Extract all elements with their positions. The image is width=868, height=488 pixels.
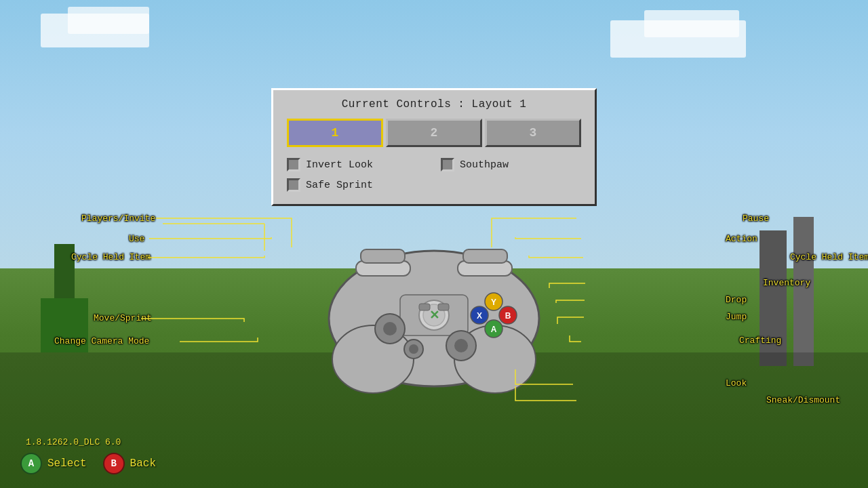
- checkbox-southpaw-label: Southpaw: [460, 159, 509, 171]
- svg-rect-5: [361, 249, 405, 263]
- svg-text:A: A: [491, 325, 497, 334]
- controller-region: ✕ Y A X B: [0, 203, 868, 488]
- tab-layout-1[interactable]: 1: [287, 119, 383, 147]
- button-hint-back: B Back: [103, 453, 156, 474]
- checkbox-southpaw[interactable]: Southpaw: [441, 158, 581, 171]
- btn-b-circle: B: [103, 453, 125, 474]
- controls-dialog: Current Controls : Layout 1 1 2 3 Invert…: [271, 88, 597, 206]
- checkbox-invert-look-label: Invert Look: [306, 159, 373, 171]
- checkbox-safe-sprint-box[interactable]: [287, 178, 300, 192]
- svg-point-16: [409, 344, 418, 354]
- checkbox-invert-look[interactable]: Invert Look: [287, 158, 427, 171]
- svg-rect-17: [419, 304, 430, 310]
- btn-back-label: Back: [130, 458, 156, 470]
- version-text: 1.8.1262.0_DLC 6.0: [26, 437, 121, 447]
- tab-layout-2[interactable]: 2: [386, 119, 482, 147]
- checkbox-invert-look-box[interactable]: [287, 158, 300, 171]
- svg-rect-6: [463, 249, 507, 263]
- controller-diagram: ✕ Y A X B: [319, 224, 549, 403]
- svg-point-12: [383, 322, 397, 336]
- svg-rect-18: [438, 304, 449, 310]
- checkboxes-container: Invert Look Southpaw Safe Sprint: [287, 158, 581, 192]
- layout-tabs: 1 2 3: [287, 119, 581, 147]
- btn-a-circle: A: [20, 453, 42, 474]
- dialog-title: Current Controls : Layout 1: [287, 98, 581, 110]
- checkbox-southpaw-box[interactable]: [441, 158, 454, 171]
- svg-text:X: X: [477, 311, 482, 321]
- bottom-bar: A Select B Back: [20, 453, 156, 474]
- svg-point-14: [454, 339, 468, 352]
- checkbox-safe-sprint[interactable]: Safe Sprint: [287, 178, 427, 192]
- btn-select-label: Select: [47, 458, 87, 470]
- svg-text:✕: ✕: [429, 308, 439, 322]
- svg-text:Y: Y: [491, 298, 496, 307]
- svg-text:B: B: [505, 311, 511, 321]
- controller-svg: ✕ Y A X B: [319, 224, 549, 400]
- checkbox-safe-sprint-label: Safe Sprint: [306, 180, 373, 191]
- button-hint-select: A Select: [20, 453, 87, 474]
- tab-layout-3[interactable]: 3: [485, 119, 581, 147]
